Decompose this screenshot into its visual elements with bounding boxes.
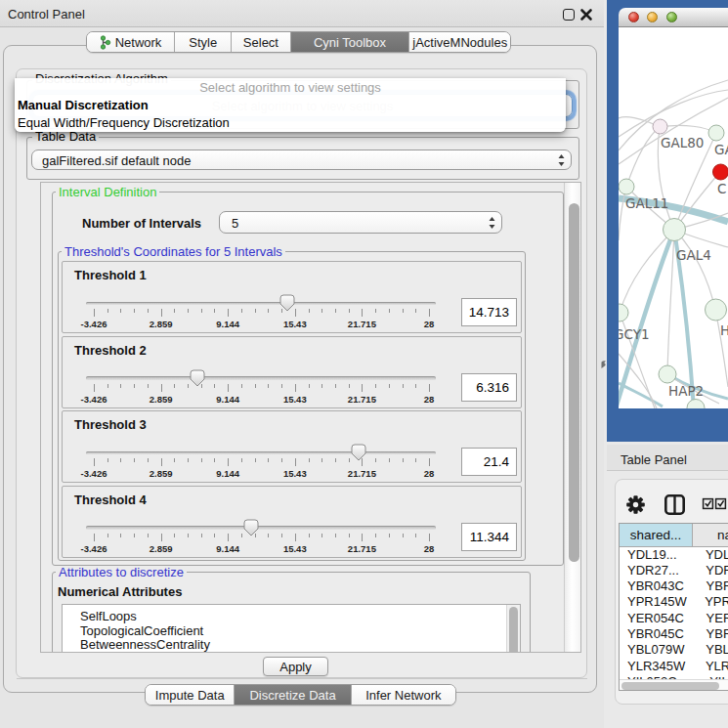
network-node-hap2[interactable]	[659, 365, 676, 383]
numerical-attributes-list[interactable]: SelfLoopsTopologicalCoefficientBetweenne…	[62, 604, 521, 653]
slider-track[interactable]	[86, 451, 436, 455]
table-cell-shared-name[interactable]: YLR345W	[627, 659, 685, 673]
close-icon[interactable]	[579, 8, 593, 21]
tab-select[interactable]: Select	[232, 32, 290, 52]
slider-track[interactable]	[86, 526, 436, 530]
slider-thumb[interactable]	[279, 294, 295, 312]
threshold-value-field[interactable]: 14.713	[461, 298, 517, 326]
threshold-value-field[interactable]: 6.316	[461, 373, 517, 402]
table-cell-name[interactable]: YLR345W	[693, 659, 728, 673]
network-canvas[interactable]: GAL80GACGAL11GAL4GCY1HHAP2	[619, 27, 728, 408]
combo-stepper-icon	[558, 154, 565, 166]
table-cell-name[interactable]: YPR145W	[693, 594, 728, 609]
table-cell-name[interactable]: YER054C	[693, 611, 728, 625]
threshold-value-field[interactable]: 11.344	[461, 523, 517, 551]
minimize-traffic-light[interactable]	[647, 12, 658, 22]
table-cell-name[interactable]: YBR045C	[693, 626, 728, 641]
slider-thumb[interactable]	[351, 444, 366, 461]
attributes-scrollbar-thumb[interactable]	[509, 607, 518, 653]
gear-icon[interactable]	[626, 495, 645, 514]
table-cell-name[interactable]: YDR277C	[693, 563, 728, 578]
slider-tick	[429, 384, 430, 392]
table-cell-shared-name[interactable]: YBR043C	[627, 578, 684, 593]
tab-cyni-toolbox[interactable]: Cyni Toolbox	[291, 32, 410, 52]
table-cell-shared-name[interactable]: YDL19...	[627, 547, 677, 562]
network-edge[interactable]	[620, 230, 674, 313]
threshold-label: Threshold 4	[74, 492, 147, 507]
network-node-gcy1[interactable]	[619, 304, 628, 321]
table-cell-shared-name[interactable]: YDR27...	[627, 563, 679, 578]
threshold-value-field[interactable]: 21.4	[461, 448, 517, 476]
slider-tick	[403, 384, 404, 388]
attribute-list-item[interactable]: TopologicalCoefficient	[80, 623, 203, 638]
slider-thumb[interactable]	[190, 369, 205, 387]
zoom-traffic-light[interactable]	[666, 12, 677, 22]
slider-tick	[107, 458, 108, 462]
columns-icon[interactable]	[665, 495, 683, 513]
checkbox-icon[interactable]	[704, 499, 713, 509]
network-node-ga[interactable]	[708, 125, 724, 141]
slider-track[interactable]	[86, 302, 436, 306]
tab-style[interactable]: Style	[175, 32, 232, 52]
network-edge-highlighted[interactable]	[619, 383, 663, 407]
network-node-c[interactable]	[713, 164, 728, 180]
table-cell-name[interactable]: YDL194W	[693, 547, 728, 562]
close-traffic-light[interactable]	[628, 12, 639, 22]
network-edge[interactable]	[715, 310, 728, 387]
control-panel-titlebar: Control Panel	[0, 0, 604, 27]
tab-infer-network[interactable]: Infer Network	[352, 685, 455, 705]
slider-track[interactable]	[86, 376, 436, 380]
table-cell-shared-name[interactable]: YPR145W	[627, 594, 687, 609]
slider-thumb[interactable]	[243, 519, 259, 536]
attributes-scrollbar-track[interactable]	[506, 605, 520, 653]
tab-network[interactable]: Network	[87, 32, 175, 52]
slider-tick	[415, 384, 416, 388]
popup-item-equal-width-frequency[interactable]: Equal Width/Frequency Discretization	[15, 114, 566, 132]
slider-tick	[403, 534, 404, 537]
table-cell-name[interactable]: YBR043C	[693, 578, 728, 593]
threshold-row-2: Threshold 2-3.4262.8599.14415.4321.71528…	[62, 336, 522, 408]
slider-tick	[188, 384, 189, 388]
slider-tick-label: 9.144	[216, 319, 239, 329]
network-edge[interactable]	[667, 230, 674, 374]
table-cell-name[interactable]: YBL079W	[693, 642, 728, 657]
slider-tick	[94, 384, 95, 392]
tab-jactivemnodules[interactable]: jActiveMNodules	[409, 32, 510, 52]
network-node-h[interactable]	[706, 299, 727, 321]
slider-tick	[94, 309, 95, 317]
slider-tick	[321, 534, 322, 537]
attribute-list-item[interactable]: SelfLoops	[80, 609, 137, 623]
table-data-select[interactable]: galFiltered.sif default node	[31, 150, 572, 170]
slider-tick	[415, 534, 416, 537]
popup-item-placeholder[interactable]: Select algorithm to view settings	[15, 78, 566, 96]
table-hscrollbar-track[interactable]	[620, 679, 728, 690]
node-table[interactable]: shared... name YDL19...YDL194WYDR27...YD…	[619, 523, 728, 691]
network-node[interactable]	[687, 400, 705, 409]
column-header-name[interactable]: name	[693, 524, 728, 547]
table-hscrollbar-thumb[interactable]	[621, 682, 719, 690]
slider-tick-label: 21.715	[348, 468, 376, 479]
slider-tick-label: -3.426	[81, 394, 107, 405]
popup-item-manual-discretization[interactable]: Manual Discretization	[15, 96, 566, 113]
tab-discretize-data[interactable]: Discretize Data	[235, 685, 351, 705]
tab-impute-data[interactable]: Impute Data	[146, 685, 235, 705]
table-cell-shared-name[interactable]: YBL079W	[627, 642, 685, 657]
slider-tick	[148, 534, 149, 537]
checkbox-icon[interactable]	[716, 499, 726, 509]
network-window-titlebar	[619, 8, 728, 27]
slider-tick-label: -3.426	[81, 319, 107, 329]
vertical-scrollbar-thumb[interactable]	[569, 203, 579, 562]
network-node-gal80[interactable]	[653, 119, 667, 134]
network-node-gal4[interactable]	[664, 219, 686, 241]
network-node-gal11[interactable]	[619, 179, 634, 194]
float-window-icon[interactable]	[563, 9, 575, 21]
slider-tick	[214, 309, 215, 313]
table-cell-shared-name[interactable]: YBR045C	[627, 626, 684, 641]
number-of-intervals-label: Number of Intervals	[82, 216, 201, 231]
number-of-intervals-select[interactable]: 5	[219, 211, 502, 234]
slider-tick	[228, 458, 229, 466]
apply-button[interactable]: Apply	[263, 657, 328, 676]
column-header-shared-name[interactable]: shared...	[620, 524, 693, 547]
attribute-list-item[interactable]: BetweennessCentrality	[80, 637, 210, 652]
table-cell-shared-name[interactable]: YER054C	[627, 611, 684, 625]
